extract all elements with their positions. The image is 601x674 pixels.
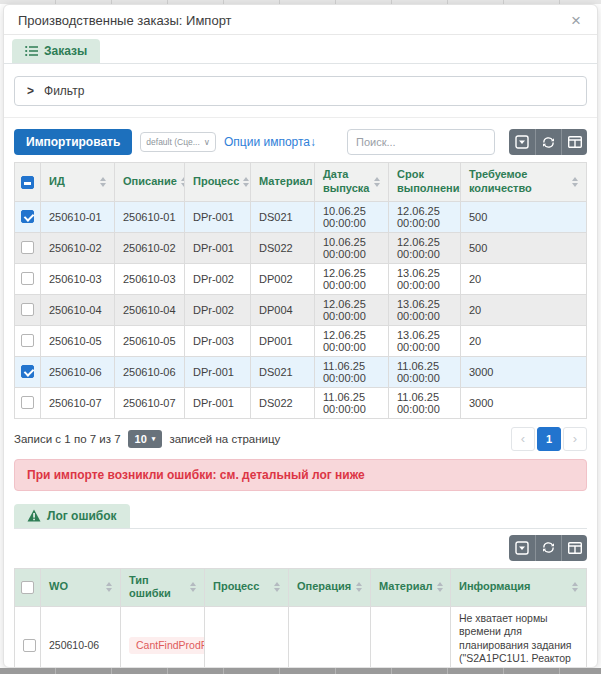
cell: 20	[461, 294, 587, 325]
row-checkbox-cell	[15, 263, 41, 294]
dialog-content: > Фильтр Импортировать default (Сце... ∨…	[4, 64, 597, 668]
orders-toolbar: Импортировать default (Сце... ∨ Опции им…	[14, 129, 587, 155]
import-orders-dialog: Производственные заказы: Импорт × Заказы…	[3, 4, 598, 668]
page-size-select[interactable]: 10 ▾	[128, 430, 163, 448]
cell: 12.06.25 00:00:00	[315, 325, 389, 356]
sort-icon[interactable]	[106, 582, 112, 592]
sort-icon[interactable]	[572, 582, 578, 592]
column-header[interactable]: Процесс	[205, 568, 289, 607]
table-columns-icon	[568, 542, 582, 554]
column-header[interactable]: Материал	[371, 568, 451, 607]
columns-button[interactable]	[561, 535, 587, 561]
refresh-button[interactable]	[535, 535, 561, 561]
column-header-label: Информация	[459, 580, 530, 594]
cell: DP002	[251, 263, 315, 294]
row-checkbox[interactable]	[21, 303, 34, 316]
table-row[interactable]: 250610-02250610-02DPr-001DS02210.06.25 0…	[15, 232, 587, 263]
import-options-link[interactable]: Опции импорта↓	[224, 135, 316, 149]
cell: 13.06.25 00:00:00	[389, 294, 461, 325]
row-checkbox[interactable]	[21, 334, 34, 347]
table-row[interactable]: 250610-06250610-06DPr-001DS02111.06.25 0…	[15, 356, 587, 387]
column-header-label: Требуемое количество	[469, 168, 568, 196]
column-header[interactable]: Информация	[451, 568, 587, 607]
row-checkbox-cell	[15, 201, 41, 232]
close-icon[interactable]: ×	[569, 12, 583, 29]
cell: DS022	[251, 232, 315, 263]
cell: 250610-05	[115, 325, 185, 356]
sort-icon[interactable]	[100, 177, 106, 187]
next-page-button[interactable]: ›	[563, 427, 587, 451]
cell: 250610-06	[41, 356, 115, 387]
cell: DS022	[251, 387, 315, 418]
column-header[interactable]: ИД	[41, 163, 115, 202]
cell: DPr-001	[185, 201, 251, 232]
page-behind-bottom	[0, 668, 601, 674]
column-header[interactable]: Тип ошибки	[121, 568, 205, 607]
column-header-label: Материал	[379, 580, 433, 594]
cell: DPr-001	[185, 356, 251, 387]
row-checkbox-cell	[15, 387, 41, 418]
import-profile-value: default (Сце...	[146, 137, 199, 147]
refresh-button[interactable]	[535, 129, 561, 155]
chevron-down-icon: ∨	[204, 137, 210, 147]
sort-icon[interactable]	[572, 177, 578, 187]
sort-icon[interactable]	[274, 582, 280, 592]
tab-error-log[interactable]: Лог ошибок	[14, 504, 130, 528]
column-header-label: Дата выпуска	[323, 168, 370, 196]
column-header[interactable]: Описание	[115, 163, 185, 202]
cell: 20	[461, 325, 587, 356]
import-error-alert: При импорте возникли ошибки: см. детальн…	[14, 459, 587, 491]
sort-icon[interactable]	[356, 582, 362, 592]
import-button[interactable]: Импортировать	[14, 129, 132, 155]
cell: 250610-01	[41, 201, 115, 232]
column-header[interactable]: Требуемое количество	[461, 163, 587, 202]
column-header[interactable]: Дата выпуска	[315, 163, 389, 202]
cell: 12.06.25 00:00:00	[389, 232, 461, 263]
cell: 500	[461, 232, 587, 263]
collapse-pagination-button[interactable]	[509, 129, 535, 155]
column-header[interactable]: WO	[41, 568, 121, 607]
sort-icon[interactable]	[181, 177, 185, 187]
cell: 250610-04	[115, 294, 185, 325]
row-checkbox[interactable]	[21, 210, 34, 223]
columns-button[interactable]	[561, 129, 587, 155]
select-all-checkbox[interactable]	[21, 581, 34, 594]
divider	[4, 117, 597, 118]
table-row[interactable]: 250610-05250610-05DPr-003DP00112.06.25 0…	[15, 325, 587, 356]
cell: 11.06.25 00:00:00	[315, 387, 389, 418]
filter-accordion[interactable]: > Фильтр	[14, 76, 587, 106]
row-checkbox[interactable]	[21, 365, 34, 378]
errors-tabbar: Лог ошибок	[14, 500, 587, 529]
records-suffix: записей на страницу	[169, 433, 280, 445]
column-header[interactable]: Операция	[289, 568, 371, 607]
select-all-checkbox[interactable]	[21, 176, 34, 189]
sort-icon[interactable]	[190, 582, 196, 592]
cell: 250610-02	[115, 232, 185, 263]
row-checkbox-cell	[15, 356, 41, 387]
row-checkbox-cell	[15, 232, 41, 263]
row-checkbox[interactable]	[21, 241, 34, 254]
column-header[interactable]: Материал	[251, 163, 315, 202]
sort-icon[interactable]	[437, 582, 443, 592]
table-row[interactable]: 250610-01250610-01DPr-001DS02110.06.25 0…	[15, 201, 587, 232]
table-row[interactable]: 250610-07250610-07DPr-001DS02211.06.25 0…	[15, 387, 587, 418]
import-profile-select[interactable]: default (Сце... ∨	[140, 132, 216, 152]
collapse-pagination-button[interactable]	[509, 535, 535, 561]
row-checkbox[interactable]	[21, 396, 34, 409]
table-row[interactable]: 250610-04250610-04DPr-002DP00412.06.25 0…	[15, 294, 587, 325]
page-1-button[interactable]: 1	[537, 427, 561, 451]
column-header[interactable]: Процесс	[185, 163, 251, 202]
sort-icon[interactable]	[243, 177, 249, 187]
sort-icon[interactable]	[374, 177, 380, 187]
cell: 20	[461, 263, 587, 294]
search-input[interactable]	[347, 129, 495, 155]
table-row[interactable]: 250610-03250610-03DPr-002DP00212.06.25 0…	[15, 263, 587, 294]
caret-down-icon: ▾	[152, 435, 156, 443]
tab-orders[interactable]: Заказы	[12, 39, 100, 63]
row-checkbox[interactable]	[23, 639, 36, 652]
row-checkbox[interactable]	[21, 272, 34, 285]
prev-page-button[interactable]: ‹	[511, 427, 535, 451]
column-header[interactable]: Срок выполнения	[389, 163, 461, 202]
table-row[interactable]: 250610-06CantFindProdRateНе хватает норм…	[15, 607, 587, 669]
refresh-icon	[542, 136, 555, 149]
